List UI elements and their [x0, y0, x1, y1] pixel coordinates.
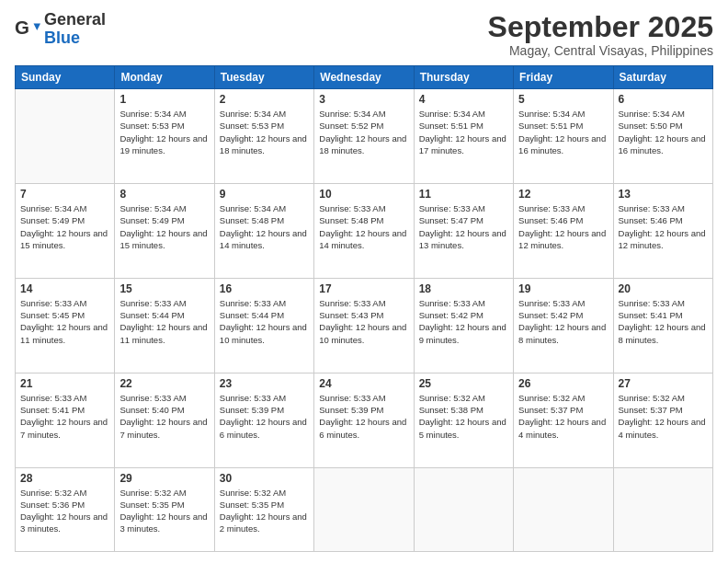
svg-text:G: G — [15, 17, 29, 38]
table-row: 4Sunrise: 5:34 AMSunset: 5:51 PMDaylight… — [414, 89, 513, 184]
day-number: 11 — [419, 188, 508, 201]
calendar-table: Sunday Monday Tuesday Wednesday Thursday… — [15, 65, 713, 552]
day-info: Sunrise: 5:34 AMSunset: 5:51 PMDaylight:… — [419, 108, 508, 156]
header-wednesday: Wednesday — [314, 66, 414, 89]
day-number: 18 — [419, 282, 508, 295]
day-number: 3 — [319, 93, 408, 106]
table-row: 30Sunrise: 5:32 AMSunset: 5:35 PMDayligh… — [214, 467, 313, 551]
day-number: 19 — [518, 282, 608, 295]
day-info: Sunrise: 5:34 AMSunset: 5:49 PMDaylight:… — [20, 202, 109, 251]
table-row: 5Sunrise: 5:34 AMSunset: 5:51 PMDaylight… — [514, 89, 613, 184]
header-sunday: Sunday — [16, 66, 115, 89]
table-row — [414, 467, 513, 551]
table-row — [514, 467, 613, 551]
table-row: 17Sunrise: 5:33 AMSunset: 5:43 PMDayligh… — [314, 278, 414, 373]
day-number: 6 — [619, 93, 708, 106]
day-info: Sunrise: 5:33 AMSunset: 5:39 PMDaylight:… — [319, 392, 408, 441]
title-section: September 2025 Magay, Central Visayas, P… — [488, 11, 713, 58]
day-number: 5 — [518, 93, 608, 106]
day-number: 7 — [20, 188, 109, 201]
logo-icon: G — [15, 17, 40, 42]
table-row: 27Sunrise: 5:32 AMSunset: 5:37 PMDayligh… — [613, 373, 712, 467]
day-number: 1 — [119, 93, 209, 106]
day-number: 16 — [220, 282, 309, 295]
day-info: Sunrise: 5:33 AMSunset: 5:39 PMDaylight:… — [220, 392, 309, 441]
table-row: 22Sunrise: 5:33 AMSunset: 5:40 PMDayligh… — [115, 373, 214, 467]
table-row: 16Sunrise: 5:33 AMSunset: 5:44 PMDayligh… — [214, 278, 313, 373]
page-header: G General Blue September 2025 Magay, Cen… — [15, 11, 713, 58]
day-info: Sunrise: 5:34 AMSunset: 5:49 PMDaylight:… — [119, 202, 209, 251]
day-number: 29 — [119, 472, 209, 485]
day-info: Sunrise: 5:33 AMSunset: 5:48 PMDaylight:… — [319, 202, 408, 251]
logo: G General Blue — [15, 11, 106, 48]
logo-blue: Blue — [44, 29, 106, 48]
day-number: 23 — [220, 377, 309, 390]
day-info: Sunrise: 5:33 AMSunset: 5:41 PMDaylight:… — [619, 297, 708, 346]
table-row: 12Sunrise: 5:33 AMSunset: 5:46 PMDayligh… — [514, 184, 613, 279]
table-row — [314, 467, 414, 551]
table-row: 24Sunrise: 5:33 AMSunset: 5:39 PMDayligh… — [314, 373, 414, 467]
table-row: 10Sunrise: 5:33 AMSunset: 5:48 PMDayligh… — [314, 184, 414, 279]
day-info: Sunrise: 5:33 AMSunset: 5:47 PMDaylight:… — [419, 202, 508, 251]
day-info: Sunrise: 5:34 AMSunset: 5:48 PMDaylight:… — [220, 202, 309, 251]
table-row: 23Sunrise: 5:33 AMSunset: 5:39 PMDayligh… — [214, 373, 313, 467]
day-info: Sunrise: 5:33 AMSunset: 5:42 PMDaylight:… — [518, 297, 608, 346]
day-info: Sunrise: 5:33 AMSunset: 5:44 PMDaylight:… — [119, 297, 209, 346]
day-number: 10 — [319, 188, 408, 201]
day-info: Sunrise: 5:33 AMSunset: 5:42 PMDaylight:… — [419, 297, 508, 346]
day-number: 12 — [518, 188, 608, 201]
day-info: Sunrise: 5:32 AMSunset: 5:35 PMDaylight:… — [119, 487, 209, 535]
table-row: 28Sunrise: 5:32 AMSunset: 5:36 PMDayligh… — [16, 467, 115, 551]
day-number: 9 — [220, 188, 309, 201]
day-info: Sunrise: 5:32 AMSunset: 5:38 PMDaylight:… — [419, 392, 508, 441]
table-row: 2Sunrise: 5:34 AMSunset: 5:53 PMDaylight… — [214, 89, 313, 184]
day-number: 22 — [119, 377, 209, 390]
day-number: 17 — [319, 282, 408, 295]
day-number: 28 — [20, 472, 109, 485]
day-number: 24 — [319, 377, 408, 390]
day-number: 20 — [619, 282, 708, 295]
day-info: Sunrise: 5:33 AMSunset: 5:46 PMDaylight:… — [619, 202, 708, 251]
header-friday: Friday — [514, 66, 613, 89]
month-title: September 2025 — [488, 11, 713, 43]
table-row: 15Sunrise: 5:33 AMSunset: 5:44 PMDayligh… — [115, 278, 214, 373]
day-info: Sunrise: 5:33 AMSunset: 5:41 PMDaylight:… — [20, 392, 109, 441]
svg-marker-1 — [34, 23, 40, 29]
logo-general: General — [44, 11, 106, 29]
day-info: Sunrise: 5:33 AMSunset: 5:45 PMDaylight:… — [20, 297, 109, 346]
day-info: Sunrise: 5:32 AMSunset: 5:37 PMDaylight:… — [619, 392, 708, 441]
day-info: Sunrise: 5:34 AMSunset: 5:53 PMDaylight:… — [119, 108, 209, 156]
table-row: 25Sunrise: 5:32 AMSunset: 5:38 PMDayligh… — [414, 373, 513, 467]
day-info: Sunrise: 5:34 AMSunset: 5:50 PMDaylight:… — [619, 108, 708, 156]
table-row: 11Sunrise: 5:33 AMSunset: 5:47 PMDayligh… — [414, 184, 513, 279]
table-row: 7Sunrise: 5:34 AMSunset: 5:49 PMDaylight… — [16, 184, 115, 279]
day-info: Sunrise: 5:32 AMSunset: 5:35 PMDaylight:… — [220, 487, 309, 535]
table-row: 18Sunrise: 5:33 AMSunset: 5:42 PMDayligh… — [414, 278, 513, 373]
table-row: 26Sunrise: 5:32 AMSunset: 5:37 PMDayligh… — [514, 373, 613, 467]
header-monday: Monday — [115, 66, 214, 89]
day-number: 4 — [419, 93, 508, 106]
day-number: 15 — [119, 282, 209, 295]
table-row: 14Sunrise: 5:33 AMSunset: 5:45 PMDayligh… — [16, 278, 115, 373]
day-info: Sunrise: 5:32 AMSunset: 5:37 PMDaylight:… — [518, 392, 608, 441]
table-row — [16, 89, 115, 184]
calendar-header-row: Sunday Monday Tuesday Wednesday Thursday… — [16, 66, 713, 89]
day-info: Sunrise: 5:33 AMSunset: 5:40 PMDaylight:… — [119, 392, 209, 441]
day-number: 30 — [220, 472, 309, 485]
day-info: Sunrise: 5:33 AMSunset: 5:43 PMDaylight:… — [319, 297, 408, 346]
day-number: 8 — [119, 188, 209, 201]
table-row: 21Sunrise: 5:33 AMSunset: 5:41 PMDayligh… — [16, 373, 115, 467]
table-row: 8Sunrise: 5:34 AMSunset: 5:49 PMDaylight… — [115, 184, 214, 279]
table-row: 9Sunrise: 5:34 AMSunset: 5:48 PMDaylight… — [214, 184, 313, 279]
day-info: Sunrise: 5:34 AMSunset: 5:51 PMDaylight:… — [518, 108, 608, 156]
day-info: Sunrise: 5:33 AMSunset: 5:44 PMDaylight:… — [220, 297, 309, 346]
day-number: 27 — [619, 377, 708, 390]
header-thursday: Thursday — [414, 66, 513, 89]
location: Magay, Central Visayas, Philippines — [488, 43, 713, 58]
header-tuesday: Tuesday — [214, 66, 313, 89]
table-row: 13Sunrise: 5:33 AMSunset: 5:46 PMDayligh… — [613, 184, 712, 279]
day-number: 13 — [619, 188, 708, 201]
day-info: Sunrise: 5:34 AMSunset: 5:52 PMDaylight:… — [319, 108, 408, 156]
day-info: Sunrise: 5:33 AMSunset: 5:46 PMDaylight:… — [518, 202, 608, 251]
day-number: 26 — [518, 377, 608, 390]
